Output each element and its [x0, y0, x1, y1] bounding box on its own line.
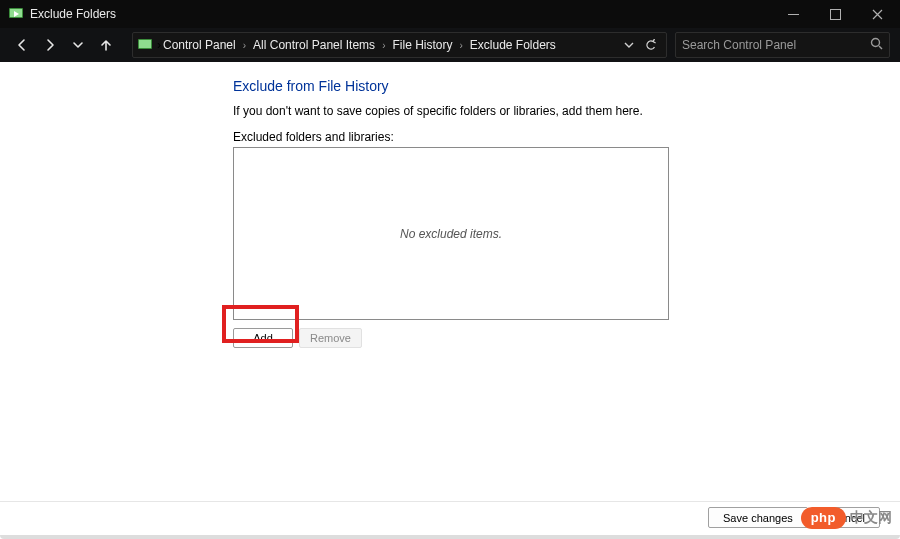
content-area: Exclude from File History If you don't w…: [0, 62, 900, 348]
excluded-folders-listbox[interactable]: No excluded items.: [233, 147, 669, 320]
breadcrumb-item[interactable]: File History: [390, 36, 454, 54]
address-bar[interactable]: › Control Panel › All Control Panel Item…: [132, 32, 667, 58]
add-button-label: Add: [253, 332, 273, 344]
up-button[interactable]: [94, 33, 118, 57]
chevron-right-icon: ›: [379, 40, 388, 51]
search-input[interactable]: Search Control Panel: [675, 32, 890, 58]
navigation-bar: › Control Panel › All Control Panel Item…: [0, 28, 900, 62]
dialog-footer: Save changes Cancel: [0, 501, 900, 533]
breadcrumb-item[interactable]: All Control Panel Items: [251, 36, 377, 54]
search-icon: [870, 37, 883, 53]
window-title: Exclude Folders: [30, 7, 116, 21]
list-button-row: Add Remove: [233, 328, 880, 348]
save-changes-button[interactable]: Save changes: [708, 507, 808, 528]
page-description: If you don't want to save copies of spec…: [233, 104, 880, 118]
maximize-button[interactable]: [814, 0, 856, 28]
back-button[interactable]: [10, 33, 34, 57]
search-placeholder: Search Control Panel: [682, 38, 870, 52]
titlebar: Exclude Folders: [0, 0, 900, 28]
remove-button-label: Remove: [310, 332, 351, 344]
svg-rect-3: [830, 9, 840, 19]
chevron-right-icon: ›: [240, 40, 249, 51]
save-button-label: Save changes: [723, 512, 793, 524]
refresh-button[interactable]: [640, 34, 662, 56]
svg-point-6: [872, 39, 880, 47]
breadcrumb-item[interactable]: Exclude Folders: [468, 36, 558, 54]
watermark-badge: php: [801, 507, 846, 529]
control-panel-icon: [137, 37, 153, 53]
add-button[interactable]: Add: [233, 328, 293, 348]
control-panel-icon: [8, 6, 24, 22]
watermark-text: 中文网: [850, 509, 892, 527]
excluded-list-label: Excluded folders and libraries:: [233, 130, 880, 144]
address-history-dropdown[interactable]: [618, 34, 640, 56]
close-button[interactable]: [856, 0, 898, 28]
minimize-button[interactable]: [772, 0, 814, 28]
remove-button: Remove: [299, 328, 362, 348]
window-bottom-edge: [0, 535, 900, 539]
breadcrumb-item[interactable]: Control Panel: [161, 36, 238, 54]
svg-rect-2: [788, 14, 799, 15]
forward-button[interactable]: [38, 33, 62, 57]
chevron-right-icon: ›: [456, 40, 465, 51]
watermark: php 中文网: [801, 507, 892, 529]
page-heading: Exclude from File History: [233, 78, 880, 94]
recent-locations-button[interactable]: [66, 33, 90, 57]
empty-state-text: No excluded items.: [400, 227, 502, 241]
svg-rect-5: [139, 40, 151, 48]
breadcrumb: Control Panel › All Control Panel Items …: [161, 36, 618, 54]
